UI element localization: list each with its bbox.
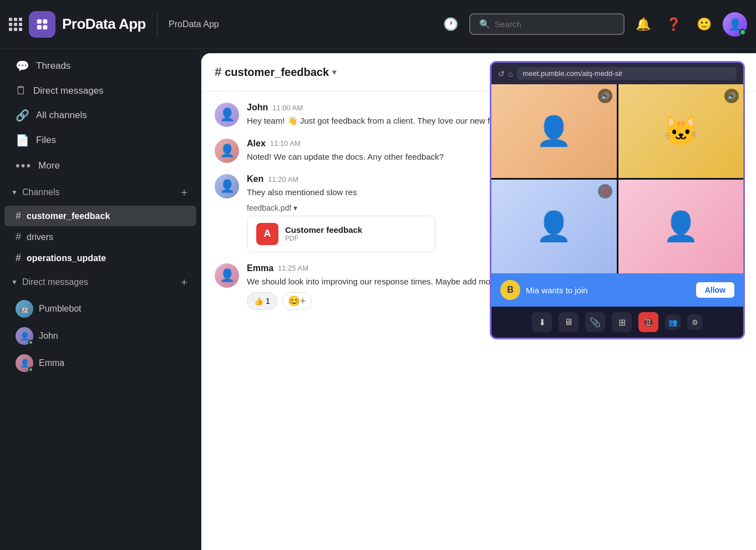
emoji-status-button[interactable]: 🙂 [692, 13, 716, 36]
channel-name-drivers: drivers [27, 232, 53, 242]
john-online-indicator [28, 340, 33, 345]
pdf-type: PDF [285, 235, 362, 242]
dm-section-header[interactable]: ▼ Direct messages ＋ [0, 269, 201, 295]
app-title: ProData App [62, 16, 146, 33]
layout-control-button[interactable]: ⊞ [612, 312, 632, 332]
thumbsup-reaction[interactable]: 👍 1 [247, 292, 277, 310]
pdf-icon: A [256, 223, 278, 245]
svg-rect-1 [43, 19, 47, 23]
pdf-attachment[interactable]: A Customer feedback PDF [247, 216, 435, 252]
sidebar-item-direct-messages[interactable]: 🗒 Direct messages [4, 79, 196, 103]
channel-title-hash: # [215, 65, 221, 79]
browser-nav-icons: ↺ ⌂ [498, 69, 513, 78]
settings-control-button[interactable]: ⚙ [687, 314, 703, 330]
message-time: 11:25 AM [278, 264, 308, 272]
history-button[interactable]: 🕐 [439, 13, 463, 36]
dm-emma-name: Emma [39, 358, 64, 368]
pumblebot-avatar: 🤖 [16, 300, 33, 318]
channel-name-operations-update: operations_update [27, 253, 106, 263]
avatar: 👤 [215, 139, 239, 163]
avatar: 👤 [215, 263, 239, 288]
svg-rect-3 [43, 25, 47, 29]
add-reaction-button[interactable]: 😊+ [282, 292, 312, 310]
search-icon: 🔍 [479, 19, 490, 29]
search-bar[interactable]: 🔍 [469, 13, 625, 35]
svg-rect-2 [37, 25, 42, 29]
notifications-button[interactable]: 🔔 [631, 13, 655, 36]
john-video-avatar: 👤 [536, 114, 572, 148]
reaction-emoji: 👍 [254, 297, 263, 305]
sidebar-item-all-channels[interactable]: 🔗 All channels [4, 103, 196, 128]
home-icon[interactable]: ⌂ [508, 69, 513, 78]
video-cell-cat: 🐱 🔊 [618, 84, 744, 178]
pumble-logo-icon [34, 17, 50, 32]
sidebar-label-files: Files [36, 135, 56, 146]
add-channel-button[interactable]: ＋ [179, 185, 190, 200]
cat-audio-icon: 🔊 [724, 89, 739, 103]
attachment-chevron-icon: ▾ [293, 203, 297, 212]
pdf-info: Customer feedback PDF [285, 225, 362, 242]
message-author: Emma [247, 263, 273, 273]
channel-item-operations-update[interactable]: # operations_update [4, 248, 196, 268]
channel-name-customer-feedback: customer_feedback [27, 211, 110, 221]
channels-section-header[interactable]: ▼ Channels ＋ [0, 179, 201, 205]
video-cell-person4: 👤 [618, 180, 744, 273]
join-request-text: Mia wants to join [526, 286, 691, 295]
sidebar-item-threads[interactable]: 💬 Threads [4, 54, 196, 78]
video-cell-person3: 👤 🚫 [491, 180, 617, 273]
cat-video-avatar: 🐱 [663, 114, 699, 148]
search-input[interactable] [495, 19, 615, 29]
channel-dropdown-icon[interactable]: ▾ [332, 68, 336, 77]
dm-john[interactable]: 👤 John [4, 323, 196, 349]
dm-collapse-icon: ▼ [11, 278, 18, 286]
sidebar-item-more[interactable]: ••• More [4, 153, 196, 179]
message-author: Alex [247, 139, 266, 149]
dm-pumblebot-name: Pumblebot [39, 304, 82, 314]
channels-section-label: Channels [22, 187, 60, 197]
download-control-button[interactable]: ⬇ [532, 312, 552, 332]
message-time: 11:20 AM [268, 175, 298, 184]
video-grid: 👤 🔊 🐱 🔊 👤 🚫 👤 [491, 84, 743, 273]
allow-join-button[interactable]: Allow [696, 282, 734, 298]
dm-section-label: Direct messages [22, 277, 88, 287]
dm-pumblebot[interactable]: 🤖 Pumblebot [4, 296, 196, 322]
dm-icon: 🗒 [16, 84, 27, 97]
end-call-button[interactable]: 📵 [638, 312, 658, 332]
grid-menu-icon[interactable] [9, 18, 22, 31]
online-indicator [739, 29, 746, 35]
channel-title-name: customer_feedback [225, 66, 329, 79]
workspace-name: ProData App [169, 19, 219, 29]
channels-collapse-icon: ▼ [11, 189, 18, 196]
add-dm-button[interactable]: ＋ [179, 274, 190, 289]
help-button[interactable]: ❓ [662, 13, 686, 36]
refresh-icon[interactable]: ↺ [498, 69, 505, 78]
reaction-count: 1 [266, 297, 270, 305]
attachment-control-button[interactable]: 📎 [585, 312, 605, 332]
john-avatar: 👤 [16, 327, 33, 345]
dm-section-left: ▼ Direct messages [11, 277, 88, 287]
sidebar-label-more: More [38, 160, 60, 171]
channel-item-customer-feedback[interactable]: # customer_feedback [4, 206, 196, 226]
top-nav: ProData App ProData App 🕐 🔍 🔔 ❓ 🙂 👤 [0, 0, 756, 49]
video-controls: ⬇ 🖥 📎 ⊞ 📵 👥 ⚙ [491, 307, 743, 338]
join-request-bar: B Mia wants to join Allow [491, 273, 743, 307]
dm-john-name: John [39, 331, 58, 341]
channel-title: # customer_feedback ▾ [215, 65, 336, 79]
screen-control-button[interactable]: 🖥 [559, 312, 579, 332]
sidebar-label-all-channels: All channels [36, 110, 87, 121]
channel-item-drivers[interactable]: # drivers [4, 227, 196, 247]
message-author: John [247, 103, 268, 113]
dm-emma[interactable]: 👤 Emma [4, 350, 196, 376]
avatar: 👤 [215, 174, 239, 198]
sidebar-label-dm: Direct messages [33, 85, 104, 96]
person4-video-avatar: 👤 [663, 210, 699, 243]
user-avatar-wrap[interactable]: 👤 [723, 12, 747, 37]
channel-hash-icon: # [16, 252, 21, 264]
pdf-name: Customer feedback [285, 225, 362, 235]
sidebar-label-threads: Threads [36, 60, 70, 72]
svg-rect-0 [37, 19, 42, 23]
nav-divider [157, 13, 158, 35]
participants-control-button[interactable]: 👥 [665, 314, 681, 330]
person3-video-avatar: 👤 [536, 210, 572, 243]
sidebar-item-files[interactable]: 📄 Files [4, 128, 196, 152]
